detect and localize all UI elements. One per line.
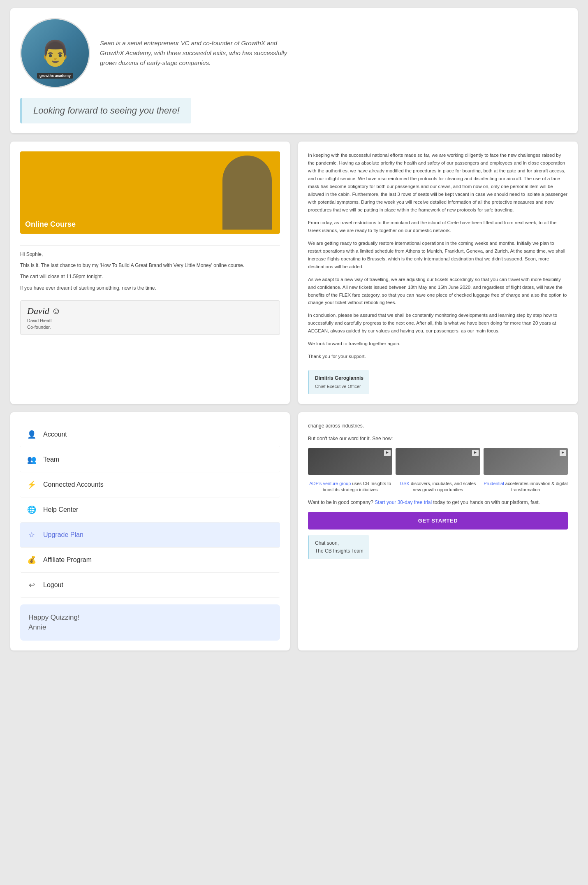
nav-label-team: Team — [43, 456, 59, 463]
course-card: Online Course Hi Sophie, This is it. The… — [10, 142, 290, 404]
company2-desc: discovers, incubates, and scales new gro… — [411, 481, 476, 492]
video-label-2: GSK discovers, incubates, and scales new… — [396, 481, 480, 493]
airline-para3: We are getting ready to gradually restor… — [308, 239, 568, 271]
row-two-col: Online Course Hi Sophie, This is it. The… — [10, 142, 578, 404]
nav-label-connected-accounts: Connected Accounts — [43, 481, 104, 488]
course-image: Online Course — [20, 151, 280, 234]
help-center-icon: 🌐 — [27, 505, 37, 515]
nav-label-account: Account — [43, 431, 67, 438]
hero-tagline-box: Looking forward to seeing you there! — [20, 98, 191, 123]
nav-card: 👤 Account 👥 Team ⚡ Connected Accounts 🌐 … — [10, 412, 290, 650]
connected-accounts-icon: ⚡ — [27, 480, 37, 490]
cb-para1: But don't take our word for it. See how: — [308, 435, 568, 443]
airline-para2: From today, as travel restrictions to th… — [308, 219, 568, 235]
course-greeting: Hi Sophie, — [20, 251, 280, 258]
nav-item-logout[interactable]: ↩ Logout — [20, 573, 280, 598]
cb-sig-team: The CB Insights Team — [315, 547, 363, 555]
nav-item-team[interactable]: 👥 Team — [20, 447, 280, 472]
nav-label-affiliate-program: Affiliate Program — [43, 556, 92, 564]
nav-item-affiliate-program[interactable]: 💰 Affiliate Program — [20, 548, 280, 573]
avatar-badge: growthx academy — [37, 73, 73, 79]
avatar: 👨 growthx academy — [20, 18, 90, 88]
video-label-3: Prudential accelerates innovation & digi… — [484, 481, 568, 493]
sig-person: David Hieatt — [27, 318, 273, 323]
nav-item-help-center[interactable]: 🌐 Help Center — [20, 497, 280, 523]
course-body3: If you have ever dreamt of starting some… — [20, 284, 280, 292]
nav-label-upgrade-plan: Upgrade Plan — [43, 531, 83, 539]
upgrade-plan-icon: ☆ — [27, 530, 37, 540]
video-thumb-2[interactable]: ▶ — [396, 448, 480, 475]
video-label-1: ADP's venture group uses CB Insights to … — [308, 481, 392, 493]
play-btn-2: ▶ — [472, 450, 479, 456]
nav-item-upgrade-plan[interactable]: ☆ Upgrade Plan — [20, 523, 280, 548]
avatar-inner: 👨 growthx academy — [21, 19, 89, 87]
course-body2: The cart will close at 11.59pm tonight. — [20, 273, 280, 281]
course-divider — [20, 245, 280, 246]
video-thumb-1[interactable]: ▶ — [308, 448, 392, 475]
course-label: Online Course — [25, 220, 76, 229]
sig-role: Co-founder. — [27, 325, 273, 330]
video-thumb-3[interactable]: ▶ — [484, 448, 568, 475]
logout-icon: ↩ — [27, 580, 37, 590]
airline-para7: Thank you for your support. — [308, 353, 568, 360]
cb-trial-text: Want to be in good company? Start your 3… — [308, 499, 568, 506]
nav-item-account[interactable]: 👤 Account — [20, 422, 280, 447]
account-icon: 👤 — [27, 430, 37, 439]
course-person — [222, 151, 272, 234]
team-icon: 👥 — [27, 455, 37, 465]
company3-desc: accelerates innovation & digital transfo… — [505, 481, 568, 492]
video-labels: ADP's venture group uses CB Insights to … — [308, 481, 568, 493]
cb-signature: Chat soon, The CB Insights Team — [308, 535, 369, 559]
play-btn-3: ▶ — [560, 450, 566, 456]
get-started-button[interactable]: GET STARTED — [308, 512, 568, 530]
sig-name: David ☺ — [27, 306, 273, 316]
cb-intro: change across industries. — [308, 422, 568, 430]
hero-card: 👨 growthx academy Sean is a serial entre… — [10, 8, 578, 133]
company3-link[interactable]: Prudential — [484, 481, 504, 486]
course-signature: David ☺ David Hieatt Co-founder. — [20, 300, 280, 335]
airline-para6: We look forward to travelling together a… — [308, 340, 568, 348]
avatar-person-icon: 👨 — [40, 39, 71, 68]
hero-top: 👨 growthx academy Sean is a serial entre… — [20, 18, 289, 88]
airline-sig-name: Dimitris Gerogiannis — [315, 374, 363, 383]
person-silhouette — [222, 156, 272, 230]
airline-signature: Dimitris Gerogiannis Chief Executive Off… — [308, 370, 369, 394]
video-thumbnails: ▶ ▶ ▶ — [308, 448, 568, 475]
nav-footer-text: Happy Quizzing! Annie — [28, 613, 272, 632]
page-wrapper: 👨 growthx academy Sean is a serial entre… — [10, 8, 578, 650]
airline-para1: In keeping with the successful national … — [308, 151, 568, 214]
cb-sig-greeting: Chat soon, — [315, 539, 363, 547]
nav-label-logout: Logout — [43, 581, 63, 589]
company2-link[interactable]: GSK — [400, 481, 410, 486]
course-body: Hi Sophie, This is it. The last chance t… — [20, 251, 280, 295]
nav-footer-name: Annie — [28, 623, 46, 631]
cb-insights-card: change across industries. But don't take… — [298, 412, 578, 650]
nav-footer: Happy Quizzing! Annie — [20, 604, 280, 641]
nav-footer-greeting: Happy Quizzing! — [28, 613, 80, 621]
affiliate-program-icon: 💰 — [27, 555, 37, 565]
company1-link[interactable]: ADP's venture group — [309, 481, 351, 486]
hero-tagline: Looking forward to seeing you there! — [33, 105, 180, 116]
play-btn-1: ▶ — [384, 450, 391, 456]
airline-para4: As we adapt to a new way of travelling, … — [308, 276, 568, 307]
airline-para5: In conclusion, please be assured that we… — [308, 311, 568, 335]
trial-link[interactable]: Start your 30-day free trial — [375, 499, 432, 505]
airline-card: In keeping with the successful national … — [298, 142, 578, 404]
hero-bio: Sean is a serial entrepreneur VC and co-… — [100, 38, 289, 68]
nav-label-help-center: Help Center — [43, 506, 78, 513]
row-bottom: 👤 Account 👥 Team ⚡ Connected Accounts 🌐 … — [10, 412, 578, 650]
course-body1: This is it. The last chance to buy my 'H… — [20, 262, 280, 269]
nav-item-connected-accounts[interactable]: ⚡ Connected Accounts — [20, 472, 280, 497]
airline-sig-title: Chief Executive Officer — [315, 383, 363, 390]
